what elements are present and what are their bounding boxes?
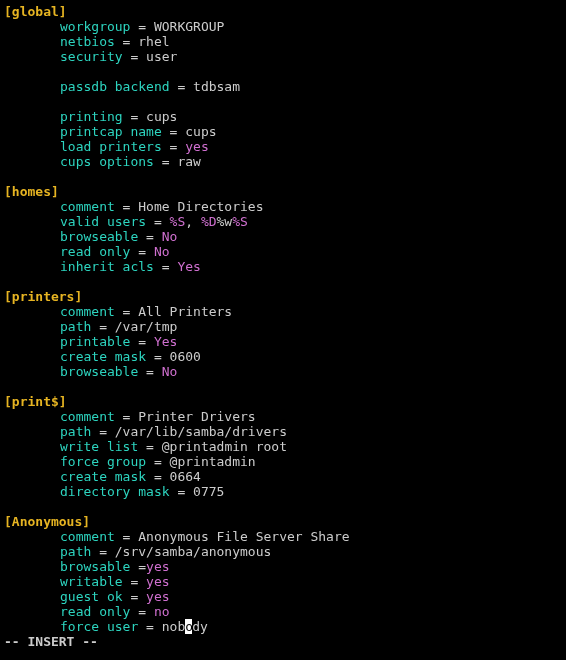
blank-line [4,94,562,109]
section-header: [homes] [4,184,562,199]
config-line: security = user [4,49,562,64]
section-header: [global] [4,4,562,19]
config-line: browseable = No [4,364,562,379]
config-line: workgroup = WORKGROUP [4,19,562,34]
config-line: comment = Anonymous File Server Share [4,529,562,544]
blank-line [4,64,562,79]
section-header: [printers] [4,289,562,304]
config-line: directory mask = 0775 [4,484,562,499]
config-line: force group = @printadmin [4,454,562,469]
config-line: path = /var/tmp [4,319,562,334]
config-line: comment = All Printers [4,304,562,319]
config-line: comment = Home Directories [4,199,562,214]
config-line-cursor: force user = nobody [4,619,562,634]
blank-line [4,499,562,514]
config-line: path = /var/lib/samba/drivers [4,424,562,439]
config-line: guest ok = yes [4,589,562,604]
section-header: [Anonymous] [4,514,562,529]
config-line: comment = Printer Drivers [4,409,562,424]
config-line: passdb backend = tdbsam [4,79,562,94]
config-line: path = /srv/samba/anonymous [4,544,562,559]
config-line: create mask = 0664 [4,469,562,484]
config-line: read only = No [4,244,562,259]
config-line: read only = no [4,604,562,619]
config-line: browsable =yes [4,559,562,574]
config-line: printing = cups [4,109,562,124]
config-line: cups options = raw [4,154,562,169]
config-line: write list = @printadmin root [4,439,562,454]
blank-line [4,274,562,289]
config-line: valid users = %S, %D%w%S [4,214,562,229]
section-header: [print$] [4,394,562,409]
config-line: browseable = No [4,229,562,244]
terminal-editor[interactable]: [global] workgroup = WORKGROUP netbios =… [0,0,566,649]
blank-line [4,169,562,184]
config-line: load printers = yes [4,139,562,154]
config-line: netbios = rhel [4,34,562,49]
config-line: printable = Yes [4,334,562,349]
config-line: create mask = 0600 [4,349,562,364]
config-line: writable = yes [4,574,562,589]
blank-line [4,379,562,394]
mode-line: -- INSERT -- [4,634,562,649]
config-line: printcap name = cups [4,124,562,139]
config-line: inherit acls = Yes [4,259,562,274]
